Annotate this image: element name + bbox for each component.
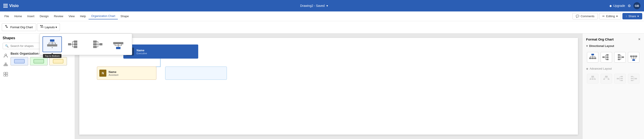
app-name: Visio bbox=[9, 4, 19, 8]
menu-design[interactable]: Design bbox=[37, 13, 51, 19]
svg-rect-110 bbox=[605, 76, 608, 77]
directional-chevron[interactable]: ∨ bbox=[586, 44, 588, 47]
svg-rect-5 bbox=[40, 25, 41, 26]
share-icon: ↑ bbox=[626, 14, 627, 18]
menu-home[interactable]: Home bbox=[12, 13, 25, 19]
layout-icons-row bbox=[586, 50, 640, 64]
svg-rect-133 bbox=[631, 78, 633, 79]
sidebar-icon-shapes[interactable] bbox=[3, 71, 9, 77]
comments-button[interactable]: 💬 Comments bbox=[572, 13, 598, 20]
svg-rect-98 bbox=[630, 56, 632, 57]
right-panel-title: Format Org Chart bbox=[586, 38, 614, 41]
svg-rect-73 bbox=[594, 58, 596, 59]
app-logo[interactable]: Visio bbox=[4, 4, 19, 8]
svg-rect-109 bbox=[594, 79, 596, 80]
layout-option-left-right[interactable] bbox=[64, 36, 84, 52]
right-panel-header: Format Org Chart × bbox=[586, 37, 640, 42]
format-org-chart-button[interactable]: Format Org Chart bbox=[2, 23, 36, 31]
adv-icon-3[interactable] bbox=[614, 74, 626, 84]
svg-rect-82 bbox=[606, 58, 608, 60]
menu-file[interactable]: File bbox=[2, 13, 12, 19]
shape-preview-green[interactable] bbox=[30, 57, 48, 66]
svg-rect-36 bbox=[93, 40, 97, 43]
title-dropdown-arrow[interactable]: ▾ bbox=[326, 4, 328, 8]
layouts-dropdown[interactable]: Layouts ▾ bbox=[37, 23, 60, 31]
right-panel: Format Org Chart × ∨ Directional Layout bbox=[582, 34, 644, 139]
adv-icon-4[interactable] bbox=[628, 74, 639, 84]
svg-rect-91 bbox=[618, 58, 620, 60]
svg-rect-63 bbox=[34, 59, 44, 63]
assistant-node[interactable]: N Name Assistant bbox=[97, 66, 156, 80]
share-button[interactable]: ↑ Share ▾ bbox=[622, 13, 642, 20]
svg-rect-8 bbox=[42, 27, 44, 28]
svg-rect-65 bbox=[591, 54, 594, 55]
svg-rect-55 bbox=[4, 65, 5, 66]
layout-option-right-left[interactable] bbox=[86, 36, 106, 52]
svg-rect-74 bbox=[602, 56, 604, 58]
advanced-layout-icons bbox=[586, 73, 640, 84]
svg-rect-72 bbox=[592, 58, 594, 59]
svg-rect-108 bbox=[592, 79, 594, 80]
layout-icon-left-right[interactable] bbox=[600, 52, 612, 62]
right-panel-close-button[interactable]: × bbox=[638, 37, 640, 42]
layouts-icon bbox=[40, 25, 44, 30]
upgrade-button[interactable]: ◆ Upgrade bbox=[610, 4, 625, 8]
canvas-area[interactable]: N Name Executive N Name Assistant bbox=[75, 34, 582, 139]
svg-rect-92 bbox=[632, 59, 635, 61]
svg-rect-29 bbox=[74, 46, 77, 48]
editing-button[interactable]: ✏ Editing ▾ bbox=[599, 13, 621, 20]
layout-icon-right-left[interactable] bbox=[614, 52, 626, 62]
svg-rect-101 bbox=[591, 76, 594, 77]
ribbon: Format Org Chart Layouts ▾ bbox=[0, 21, 644, 34]
menu-organization-chart[interactable]: Organization Chart bbox=[88, 13, 118, 20]
sidebar-icon-people[interactable] bbox=[3, 53, 9, 59]
editing-dropdown-arrow: ▾ bbox=[616, 14, 618, 18]
edit-icon: ✏ bbox=[602, 14, 605, 18]
sidebar-icon-org[interactable] bbox=[3, 62, 9, 68]
menu-insert[interactable]: Insert bbox=[25, 13, 37, 19]
svg-rect-6 bbox=[42, 25, 43, 26]
svg-rect-17 bbox=[47, 44, 51, 46]
svg-rect-38 bbox=[93, 46, 97, 48]
adv-icon-2[interactable] bbox=[600, 74, 612, 84]
shape-preview-blue[interactable] bbox=[10, 57, 28, 66]
svg-rect-39 bbox=[116, 47, 120, 49]
svg-rect-132 bbox=[631, 76, 633, 77]
layout-option-bottom-top[interactable] bbox=[108, 36, 128, 52]
menu-view[interactable]: View bbox=[66, 13, 77, 19]
menu-shape[interactable]: Shape bbox=[118, 13, 132, 19]
svg-rect-27 bbox=[74, 40, 77, 43]
svg-rect-134 bbox=[631, 80, 633, 81]
svg-rect-37 bbox=[93, 43, 97, 46]
empty-node[interactable] bbox=[165, 66, 227, 80]
svg-rect-81 bbox=[606, 56, 608, 58]
menu-help[interactable]: Help bbox=[77, 13, 88, 19]
connector-vertical bbox=[160, 58, 160, 66]
svg-rect-47 bbox=[120, 42, 123, 44]
svg-rect-64 bbox=[53, 59, 63, 63]
svg-rect-21 bbox=[68, 43, 71, 46]
svg-rect-90 bbox=[618, 56, 620, 58]
svg-rect-71 bbox=[589, 58, 591, 59]
layout-icon-top-bottom[interactable] bbox=[587, 52, 598, 62]
layout-option-top-bottom[interactable]: Top to Bottom bbox=[42, 36, 62, 52]
menu-review[interactable]: Review bbox=[51, 13, 66, 19]
avatar[interactable]: GB bbox=[634, 2, 640, 9]
directional-layout-section: ∨ Directional Layout bbox=[586, 44, 640, 48]
adv-icon-1[interactable] bbox=[587, 74, 598, 84]
svg-rect-28 bbox=[74, 43, 77, 46]
assistant-avatar: N bbox=[99, 70, 106, 77]
svg-rect-60 bbox=[4, 74, 6, 76]
title-bar-actions: ◆ Upgrade ⚙ GB bbox=[610, 2, 640, 9]
layout-icon-bottom-top[interactable] bbox=[628, 52, 639, 62]
layout-tooltip: Top to Bottom bbox=[43, 54, 62, 58]
shapes-preview-row bbox=[10, 57, 72, 66]
shape-preview-yellow[interactable] bbox=[49, 57, 67, 66]
layouts-options-row: Top to Bottom bbox=[42, 36, 129, 52]
exec-node[interactable]: N Name Executive bbox=[123, 44, 198, 58]
svg-rect-59 bbox=[6, 72, 8, 74]
svg-rect-18 bbox=[50, 44, 54, 46]
svg-rect-46 bbox=[116, 42, 120, 44]
settings-icon[interactable]: ⚙ bbox=[628, 4, 631, 8]
svg-rect-7 bbox=[41, 27, 42, 28]
